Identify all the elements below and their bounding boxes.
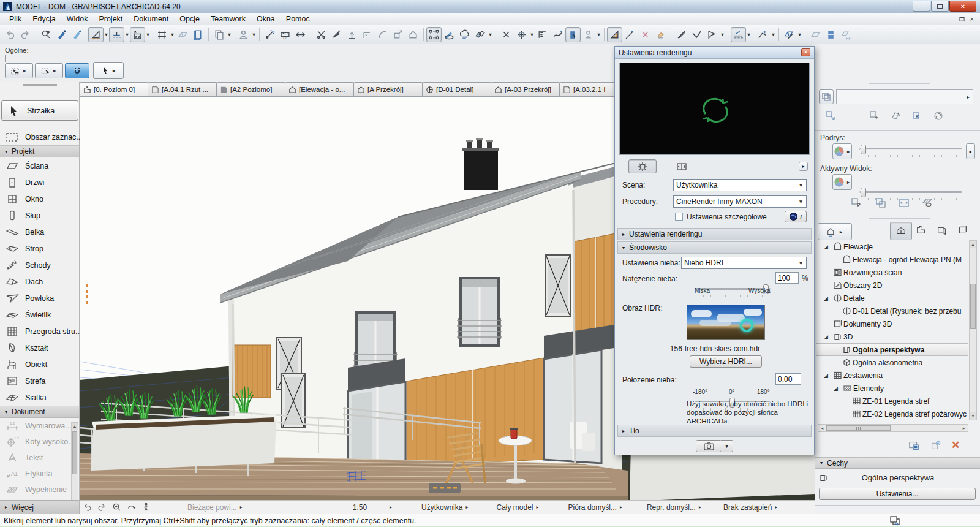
door-tool-icon[interactable] <box>565 27 581 42</box>
undo-icon[interactable] <box>2 27 18 42</box>
slider-thumb[interactable] <box>861 188 866 197</box>
rotated-grid-icon[interactable] <box>175 27 190 42</box>
redo-icon[interactable] <box>18 27 33 42</box>
nav-tab-publisher[interactable] <box>957 224 968 237</box>
nav-tab-project-map[interactable] <box>890 222 912 240</box>
hotspot-icon[interactable] <box>638 27 653 42</box>
toolbox-more[interactable]: ▸Więcej <box>0 500 80 514</box>
trace-reference-icon[interactable] <box>808 27 823 42</box>
menu-widok[interactable]: Widok <box>61 13 94 25</box>
tool-przegroda[interactable]: Przegroda stru... <box>0 323 79 339</box>
menu-edycja[interactable]: Edycja <box>27 13 61 25</box>
reset-reference-icon[interactable] <box>911 110 922 123</box>
line-tool-icon[interactable] <box>674 27 689 42</box>
delete-item-icon[interactable]: ✕ <box>951 439 960 452</box>
trace-intensity-slider[interactable] <box>859 145 962 157</box>
restore-button[interactable] <box>931 1 949 12</box>
current-zoom-option[interactable]: Bieżące powi...▸ <box>187 503 243 512</box>
tool-tekst[interactable]: Tekst <box>0 450 79 466</box>
zoom-icon[interactable] <box>109 502 124 512</box>
section-render-settings[interactable]: ▸Ustawienia renderingu <box>617 228 812 240</box>
window-x-shutter[interactable] <box>282 374 305 428</box>
tree-item-dokumenty-3d[interactable]: Dokumenty 3D <box>816 317 968 330</box>
fill-visibility-icon[interactable] <box>922 197 933 210</box>
new-item-icon[interactable] <box>930 440 941 453</box>
polyline-dropdown[interactable]: ▾ <box>771 32 776 37</box>
tool-powloka[interactable]: Powłoka <box>0 290 79 306</box>
snap-points-dropdown[interactable]: ▾ <box>529 32 535 37</box>
tool-arrow[interactable]: Strzałka <box>1 100 78 121</box>
overrides-option[interactable]: Brak zastąpień▸ <box>723 503 777 512</box>
magic-wand-icon[interactable] <box>262 27 277 42</box>
tab-d01-detal[interactable]: [D-01 Detal] <box>423 82 491 97</box>
tool-drzwi[interactable]: Drzwi <box>0 174 79 191</box>
ruler-tool-icon[interactable] <box>607 27 622 42</box>
minimize-button[interactable]: – <box>913 1 930 12</box>
sky-intensity-input[interactable] <box>775 272 799 284</box>
angle-tool-icon[interactable] <box>689 27 704 42</box>
profile-dropdown[interactable]: ▾ <box>251 32 257 37</box>
fillet-icon[interactable] <box>375 27 390 42</box>
dialog-title-bar[interactable]: Ustawienia renderingu × <box>615 47 814 59</box>
toolbox-section-dokument[interactable]: ▾Dokument <box>0 406 79 418</box>
tree-vertical-scrollbar[interactable]: ▲▼ <box>969 240 977 420</box>
trace-reference-combo[interactable]: ▸ <box>836 89 973 104</box>
tool-etykieta[interactable]: A1Etykieta <box>0 466 79 482</box>
tree-horizontal-scrollbar[interactable]: ◂▸ <box>818 424 968 432</box>
toolbox-section-projekt[interactable]: ▾Projekt <box>0 145 79 157</box>
tool-belka[interactable]: Belka <box>0 224 79 240</box>
tool-swietlik[interactable]: Świetlik <box>0 306 79 323</box>
tree-item-d01-detal[interactable]: D-01 Detal (Rysunek: bez przebu <box>816 305 968 317</box>
slider-thumb[interactable] <box>861 145 866 154</box>
child-restore-button[interactable] <box>959 17 964 21</box>
inject-parameters-icon[interactable] <box>69 27 85 42</box>
render-preview[interactable] <box>619 63 810 155</box>
tool-siatka[interactable]: Siatka <box>0 389 79 406</box>
tree-item-ogolna-perspektywa[interactable]: Ogólna perspektywa <box>816 343 968 356</box>
section-background[interactable]: ▸Tło <box>617 425 812 437</box>
profile-manager-icon[interactable] <box>236 27 251 42</box>
tool-ksztalt[interactable]: Kształt <box>0 339 79 356</box>
menu-dokument[interactable]: Dokument <box>128 13 174 25</box>
tree-item-ze02[interactable]: ZE-02 Legenda stref pożarowyc <box>816 408 968 420</box>
sky-settings-select[interactable]: Niebo HDRI▾ <box>681 257 807 269</box>
menu-plik[interactable]: Plik <box>4 13 27 25</box>
model-view-option[interactable]: Repr. domyśl...▸ <box>647 503 701 512</box>
grid-snap-dropdown[interactable]: ▾ <box>170 32 175 37</box>
menu-teamwork[interactable]: Teamwork <box>205 13 251 25</box>
tree-item-3d[interactable]: ◢3D <box>816 330 968 343</box>
copy-page-icon[interactable] <box>211 27 227 42</box>
annotate-icon[interactable] <box>442 27 457 42</box>
tab-elewacja[interactable]: [Elewacja - o... <box>285 82 354 97</box>
trim-icon[interactable] <box>344 27 360 42</box>
model-filter-option[interactable]: Cały model▸ <box>496 503 538 512</box>
undo-view-icon[interactable] <box>80 502 94 512</box>
guide-lines-icon[interactable] <box>88 27 104 42</box>
tree-item-elewacje[interactable]: ◢Elewacje <box>816 240 968 253</box>
tree-item-ogolna-aksonometria[interactable]: Ogólna aksonometria <box>816 356 968 369</box>
dimension-x-icon[interactable] <box>499 27 514 42</box>
project-chooser-button[interactable]: ▸ <box>818 223 852 240</box>
solid-operations-icon[interactable] <box>472 27 488 42</box>
cechy-section-header[interactable]: ▾Cechy <box>815 457 980 469</box>
pick-up-parameters-icon[interactable] <box>54 27 69 42</box>
gravity-icon[interactable] <box>581 27 596 42</box>
corner-shutter-panel[interactable] <box>575 233 619 336</box>
french-window[interactable] <box>457 278 502 346</box>
preview-options-button[interactable]: ▸ <box>799 162 808 171</box>
arrow-tool-dropdown[interactable]: ▾ <box>720 32 725 37</box>
coordinates-dropdown[interactable]: ▾ <box>145 32 151 37</box>
resize-icon[interactable] <box>390 27 405 42</box>
toolbox-grip[interactable] <box>0 82 79 88</box>
shutter-panel[interactable] <box>233 345 271 398</box>
snap-guides-icon[interactable] <box>109 27 124 42</box>
gravity-dropdown[interactable]: ▾ <box>596 32 601 37</box>
tree-item-ze01[interactable]: ZE-01 Legenda stref <box>816 395 968 408</box>
refresh-reference-icon[interactable] <box>933 110 944 123</box>
tool-obiekt[interactable]: Obiekt <box>0 356 79 373</box>
close-button[interactable]: × <box>949 1 976 12</box>
choose-hdri-button[interactable]: Wybierz HDRI... <box>690 355 762 368</box>
scene-select[interactable]: Użytkownika▾ <box>673 179 807 191</box>
tree-item-obszary-2d[interactable]: Obszary 2D <box>816 279 968 292</box>
tab-a03-przekroj[interactable]: [A-03 Przekrój] <box>491 82 560 97</box>
